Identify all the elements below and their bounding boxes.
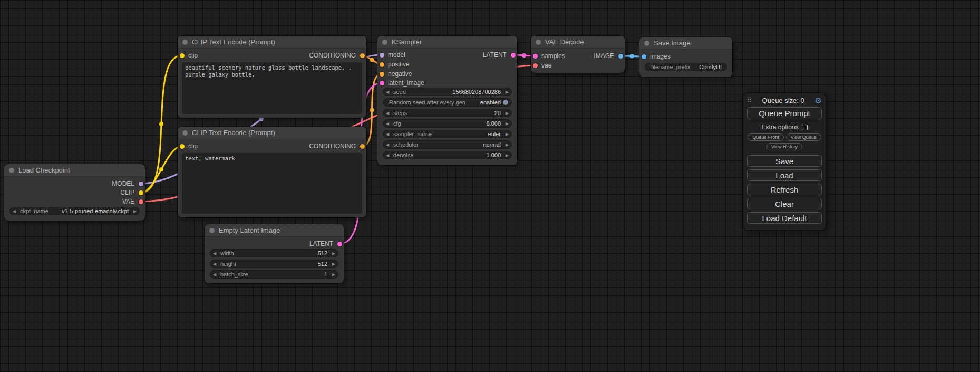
link-midpoint-dot[interactable] (370, 58, 374, 62)
collapse-dot-icon[interactable] (182, 40, 188, 45)
queue-prompt-button[interactable]: Queue Prompt (747, 107, 822, 119)
increment-arrow-icon[interactable]: ▶ (503, 111, 509, 116)
input-dot-positive[interactable] (380, 62, 384, 67)
increment-arrow-icon[interactable]: ▶ (503, 153, 509, 158)
widget-value: 512 (236, 261, 327, 267)
node-titlebar[interactable]: KSampler (377, 36, 517, 49)
widget-sampler-name[interactable]: ◀sampler_nameeuler▶ (383, 130, 512, 138)
link-midpoint-dot[interactable] (522, 53, 526, 58)
decrement-arrow-icon[interactable]: ◀ (213, 272, 219, 277)
increment-arrow-icon[interactable]: ▶ (503, 142, 509, 147)
increment-arrow-icon[interactable]: ▶ (503, 90, 509, 94)
increment-arrow-icon[interactable]: ▶ (503, 132, 509, 137)
decrement-arrow-icon[interactable]: ◀ (213, 262, 219, 266)
widget-label: denoise (393, 152, 414, 158)
widget-batch-size[interactable]: ◀batch_size1▶ (210, 270, 338, 279)
widget-filename-prefix[interactable]: filename_prefixComfyUI (645, 63, 727, 71)
node-ksampler[interactable]: KSampler model positive negative latent_… (377, 36, 517, 165)
collapse-dot-icon[interactable] (644, 41, 649, 46)
node-titlebar[interactable]: Empty Latent Image (205, 224, 344, 237)
input-dot-vae[interactable] (533, 63, 538, 68)
widget-ckpt-name[interactable]: ◀ckpt_namev1-5-pruned-emaonly.ckpt▶ (9, 207, 140, 215)
link-midpoint-dot[interactable] (370, 108, 374, 112)
decrement-arrow-icon[interactable]: ◀ (386, 121, 392, 126)
increment-arrow-icon[interactable]: ▶ (329, 251, 335, 256)
output-dot-conditioning[interactable] (360, 144, 365, 149)
output-dot-latent[interactable] (337, 242, 342, 246)
decrement-arrow-icon[interactable]: ◀ (13, 209, 18, 214)
link-midpoint-dot[interactable] (159, 122, 163, 126)
collapse-dot-icon[interactable] (536, 40, 541, 45)
node-titlebar[interactable]: CLIP Text Encode (Prompt) (178, 36, 366, 49)
input-dot-clip[interactable] (180, 53, 185, 58)
graph-canvas[interactable]: { "icons": { "left_arrow": "◀", "right_a… (0, 0, 980, 372)
output-slot-label-image: IMAGE (594, 52, 614, 60)
clear-button[interactable]: Clear (747, 198, 822, 209)
link-midpoint-dot[interactable] (630, 54, 634, 59)
prompt-textarea[interactable]: beautiful scenery nature glass bottle la… (182, 62, 362, 114)
node-titlebar[interactable]: Save Image (639, 37, 732, 50)
collapse-dot-icon[interactable] (382, 40, 387, 45)
collapse-dot-icon[interactable] (9, 168, 14, 173)
gear-icon[interactable]: ⚙ (815, 97, 822, 104)
input-dot-negative[interactable] (380, 72, 384, 77)
queue-panel: ⠿ Queue size: 0 ⚙ Queue Prompt Extra opt… (743, 93, 826, 230)
node-titlebar[interactable]: CLIP Text Encode (Prompt) (178, 127, 366, 139)
increment-arrow-icon[interactable]: ▶ (503, 121, 509, 126)
widget-width[interactable]: ◀width512▶ (210, 249, 338, 257)
widget-seed[interactable]: ◀seed156680208700286▶ (383, 88, 512, 96)
prompt-textarea[interactable]: text, watermark (182, 153, 362, 214)
decrement-arrow-icon[interactable]: ◀ (386, 132, 392, 137)
output-dot-clip[interactable] (139, 190, 143, 195)
node-titlebar[interactable]: VAE Decode (531, 36, 625, 49)
input-dot-images[interactable] (642, 54, 646, 59)
load-default-button[interactable]: Load Default (747, 212, 822, 224)
decrement-arrow-icon[interactable]: ◀ (213, 251, 219, 256)
node-titlebar[interactable]: Load Checkpoint (4, 164, 145, 177)
node-clip-text-encode-positive[interactable]: CLIP Text Encode (Prompt) clip CONDITION… (178, 36, 366, 118)
save-button[interactable]: Save (747, 155, 822, 167)
widget-steps[interactable]: ◀steps20▶ (383, 109, 512, 117)
decrement-arrow-icon[interactable]: ◀ (386, 153, 392, 158)
widget-scheduler[interactable]: ◀schedulernormal▶ (383, 140, 512, 149)
input-dot-samples[interactable] (533, 54, 538, 59)
node-load-checkpoint[interactable]: Load Checkpoint MODEL CLIP VAE ◀ckpt_nam… (4, 164, 145, 221)
toggle-knob[interactable] (503, 100, 508, 105)
input-slot-label-positive: positive (388, 61, 410, 68)
view-history-button[interactable]: View History (766, 143, 802, 150)
link-midpoint-dot[interactable] (159, 167, 163, 171)
collapse-dot-icon[interactable] (209, 228, 215, 233)
node-save-image[interactable]: Save Image images filename_prefixComfyUI (639, 37, 732, 77)
widget-denoise[interactable]: ◀denoise1.000▶ (383, 151, 512, 159)
input-dot-latent-image[interactable] (380, 81, 384, 85)
decrement-arrow-icon[interactable]: ◀ (386, 90, 392, 94)
collapse-dot-icon[interactable] (182, 130, 188, 136)
input-dot-clip[interactable] (180, 144, 185, 149)
view-queue-button[interactable]: View Queue (786, 133, 821, 141)
widget-cfg[interactable]: ◀cfg8.000▶ (383, 119, 512, 128)
widget-height[interactable]: ◀height512▶ (210, 260, 338, 268)
load-button[interactable]: Load (747, 169, 822, 181)
decrement-arrow-icon[interactable]: ◀ (386, 111, 392, 116)
decrement-arrow-icon[interactable]: ◀ (386, 142, 392, 147)
extra-options-checkbox[interactable] (802, 125, 808, 130)
output-dot-model[interactable] (139, 182, 143, 186)
link-midpoint-dot[interactable] (259, 117, 264, 121)
node-empty-latent-image[interactable]: Empty Latent Image LATENT ◀width512▶◀hei… (205, 224, 344, 283)
widget-random-seed-after-every-gen[interactable]: Random seed after every genenabled (383, 98, 512, 107)
drag-handle-icon[interactable]: ⠿ (747, 97, 752, 104)
output-dot-latent[interactable] (511, 53, 516, 58)
node-clip-text-encode-negative[interactable]: CLIP Text Encode (Prompt) clip CONDITION… (178, 127, 366, 217)
increment-arrow-icon[interactable]: ▶ (131, 209, 137, 214)
widget-label: Random seed after every gen (389, 99, 465, 106)
output-dot-image[interactable] (618, 54, 623, 59)
increment-arrow-icon[interactable]: ▶ (329, 262, 335, 266)
output-dot-conditioning[interactable] (360, 53, 365, 58)
queue-front-button[interactable]: Queue Front (748, 133, 784, 141)
input-dot-model[interactable] (380, 53, 384, 58)
output-dot-vae[interactable] (139, 199, 143, 204)
increment-arrow-icon[interactable]: ▶ (329, 272, 335, 277)
node-vae-decode[interactable]: VAE Decode samples vae IMAGE (531, 36, 625, 73)
refresh-button[interactable]: Refresh (747, 184, 822, 195)
widget-label: filename_prefix (651, 64, 691, 70)
